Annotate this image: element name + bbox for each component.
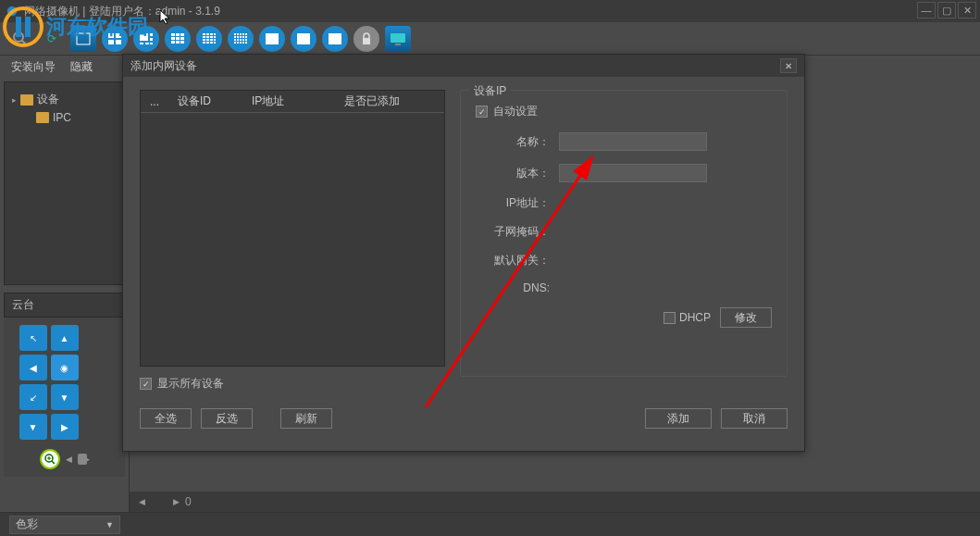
install-wizard-link[interactable]: 安装向导: [11, 59, 56, 75]
refresh-button[interactable]: 刷新: [280, 408, 332, 429]
ptz-center[interactable]: ◉: [51, 355, 79, 380]
svg-rect-39: [203, 42, 205, 44]
layout-16-icon[interactable]: [196, 26, 222, 52]
invert-button[interactable]: 反选: [201, 408, 253, 429]
layout-25-icon[interactable]: [228, 26, 254, 52]
svg-rect-28: [206, 33, 209, 35]
dhcp-checkbox[interactable]: [664, 312, 676, 324]
svg-rect-58: [234, 42, 236, 44]
dialog-titlebar: 添加内网设备 ✕: [123, 55, 804, 77]
titlebar-text: 网络摄像机 | 登陆用户名：admin - 3.1.9: [24, 4, 220, 19]
svg-rect-62: [245, 42, 247, 44]
folder-icon: [20, 94, 33, 106]
name-input[interactable]: [559, 132, 707, 151]
version-label: 版本：: [476, 166, 559, 181]
monitor-icon[interactable]: [385, 26, 411, 52]
svg-rect-56: [242, 39, 244, 41]
dialog-close-button[interactable]: ✕: [780, 58, 797, 73]
svg-rect-12: [140, 33, 148, 41]
gateway-label: 默认网关：: [476, 253, 559, 268]
svg-rect-42: [214, 42, 216, 44]
svg-rect-54: [237, 39, 239, 41]
dhcp-label: DHCP: [679, 311, 711, 324]
svg-rect-60: [240, 42, 242, 44]
svg-rect-37: [210, 39, 213, 41]
svg-rect-35: [203, 39, 205, 41]
refresh-icon[interactable]: ⟳: [39, 26, 65, 52]
ptz-panel: ↖ ▲ ◀ ◉ ↙ ▼ ▼ ▶ ◀ ▶: [4, 318, 125, 477]
mask-label: 子网掩码：: [476, 224, 559, 240]
show-all-checkbox[interactable]: ✓: [140, 378, 152, 390]
svg-rect-48: [234, 36, 236, 38]
device-ip-group: 设备IP ✓ 自动设置 名称： 版本： IP地址： 子网掩码： 默认网关： DN…: [460, 90, 788, 377]
layout-36-icon[interactable]: [259, 26, 285, 52]
svg-rect-26: [180, 41, 184, 44]
titlebar: 网络摄像机 | 登陆用户名：admin - 3.1.9 — ▢ ✕: [0, 0, 980, 22]
svg-rect-52: [245, 36, 247, 38]
hide-link[interactable]: 隐藏: [70, 59, 93, 75]
ptz-down2[interactable]: ▼: [19, 414, 47, 440]
svg-rect-14: [150, 38, 153, 41]
chevron-down-icon: ▼: [105, 520, 114, 530]
lock-icon[interactable]: [354, 26, 379, 52]
cancel-button[interactable]: 取消: [721, 408, 788, 429]
close-button[interactable]: ✕: [958, 2, 976, 19]
zoom-in-icon[interactable]: [40, 449, 60, 469]
group-title: 设备IP: [470, 83, 510, 99]
layout-64-icon[interactable]: [322, 26, 348, 52]
svg-rect-13: [150, 33, 153, 36]
svg-rect-29: [210, 33, 213, 35]
svg-rect-45: [240, 33, 242, 35]
nav-marker: 0: [185, 495, 192, 508]
svg-rect-16: [145, 43, 149, 44]
search-icon[interactable]: [7, 26, 33, 52]
tree-child-label: IPC: [53, 111, 71, 124]
layout-1-icon[interactable]: [70, 26, 96, 52]
auto-config-label: 自动设置: [493, 104, 538, 119]
svg-rect-32: [206, 36, 209, 38]
device-table: ... 设备ID IP地址 是否已添加: [140, 90, 445, 367]
layout-4-icon[interactable]: [102, 26, 128, 52]
svg-rect-50: [240, 36, 242, 38]
svg-rect-63: [266, 33, 279, 44]
col-ip[interactable]: IP地址: [242, 93, 335, 109]
layout-9-icon[interactable]: [165, 26, 191, 52]
col-added[interactable]: 是否已添加: [335, 93, 444, 109]
maximize-button[interactable]: ▢: [937, 2, 956, 19]
svg-rect-68: [395, 44, 401, 45]
color-combo[interactable]: 色彩 ▼: [9, 516, 120, 534]
svg-point-0: [7, 6, 18, 17]
layout-6-icon[interactable]: [133, 26, 159, 52]
col-device-id[interactable]: 设备ID: [168, 93, 242, 109]
bottom-bar: 色彩 ▼: [0, 512, 980, 536]
modify-button[interactable]: 修改: [720, 307, 772, 328]
svg-rect-57: [245, 39, 247, 41]
layout-49-icon[interactable]: [291, 26, 316, 52]
auto-config-checkbox[interactable]: ✓: [476, 106, 488, 118]
tree-item-devices[interactable]: ▸ 设备: [8, 90, 120, 109]
ptz-right[interactable]: ▶: [51, 414, 79, 440]
ptz-up[interactable]: ▲: [51, 325, 79, 351]
minimize-button[interactable]: —: [917, 2, 936, 19]
nav-play-icon[interactable]: ▶: [173, 497, 180, 506]
ptz-up-left[interactable]: ↖: [19, 325, 47, 351]
svg-rect-38: [214, 39, 216, 41]
svg-rect-66: [363, 38, 370, 44]
add-button[interactable]: 添加: [645, 408, 712, 429]
select-all-button[interactable]: 全选: [140, 408, 192, 429]
nav-strip: ◀ ▶0: [130, 492, 980, 512]
color-label: 色彩: [16, 517, 38, 532]
ptz-left[interactable]: ◀: [19, 355, 47, 380]
version-input[interactable]: [559, 164, 707, 182]
ptz-down-left[interactable]: ↙: [19, 384, 47, 410]
tree-item-ipc[interactable]: IPC: [8, 109, 120, 126]
svg-rect-22: [176, 37, 180, 40]
ptz-down[interactable]: ▼: [51, 384, 79, 410]
col-select[interactable]: ...: [141, 95, 168, 108]
nav-prev-icon[interactable]: ◀: [139, 497, 145, 506]
dns-label: DNS:: [476, 281, 559, 294]
svg-rect-27: [203, 33, 205, 35]
expand-icon[interactable]: ▸: [12, 95, 17, 105]
svg-rect-7: [77, 33, 90, 44]
svg-rect-33: [210, 36, 213, 38]
